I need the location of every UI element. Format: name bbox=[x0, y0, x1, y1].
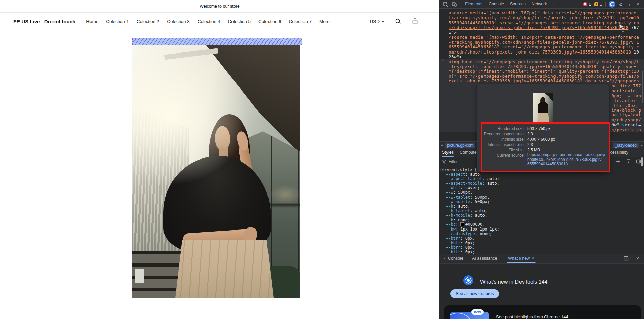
tab-computed[interactable]: Computed bbox=[460, 148, 479, 157]
drawer-tab-ai-assistance[interactable]: AI assistance bbox=[472, 254, 497, 263]
device-toolbar-icon[interactable] bbox=[451, 1, 457, 7]
tab-sources[interactable]: Sources bbox=[507, 0, 529, 8]
nav-link-colection-3[interactable]: Colection 3 bbox=[167, 19, 190, 24]
nav-link-colection-1[interactable]: Colection 1 bbox=[106, 19, 129, 24]
warning-icon: ! bbox=[594, 2, 598, 6]
css-property-btlr[interactable]: --btlr: 0px; bbox=[439, 250, 644, 254]
tab-styles[interactable]: Styles bbox=[442, 148, 454, 157]
nav-link-colection-6[interactable]: Colection 6 bbox=[258, 19, 281, 24]
css-property-bblr[interactable]: --bblr: 0px; bbox=[439, 241, 644, 246]
new-style-rule-icon[interactable] bbox=[616, 159, 621, 164]
nav-link-home[interactable]: Home bbox=[86, 19, 98, 24]
css-property-aspect-tablet[interactable]: --aspect-tablet: auto; bbox=[439, 177, 644, 181]
code-line[interactable]: iles/pexels-john-diez-7578393.jpg?v=1655… bbox=[449, 64, 636, 69]
css-property-bbrr[interactable]: --bbrr: 0px; bbox=[439, 245, 644, 250]
css-property-w[interactable]: --w: 500px; bbox=[439, 190, 644, 195]
device-mode-promo-icon[interactable] bbox=[609, 1, 615, 8]
css-property-aspect[interactable]: --aspect: auto; bbox=[439, 172, 644, 177]
code-line-fragment[interactable]: hn-diez-757 bbox=[611, 84, 641, 88]
css-property-radiusType[interactable]: --radiusType: none; bbox=[439, 232, 644, 236]
cart-icon[interactable] bbox=[412, 18, 418, 25]
code-line-fragment[interactable]: 0w" srcset= bbox=[611, 122, 641, 127]
code-line[interactable]: -tracking.myshopify.com/cdn/shop/files/p… bbox=[449, 40, 639, 45]
code-line-fragment[interactable]: 0px;--w-tab bbox=[611, 94, 641, 98]
code-line[interactable]: om/cdn/shop/files/pexels-john-diez-75783… bbox=[449, 50, 639, 55]
currency-selector[interactable]: USD bbox=[370, 19, 385, 24]
chevron-down-icon bbox=[381, 20, 385, 23]
drawer: ⋮ Console AI assistance What's new✕ ✕ Wh… bbox=[439, 254, 644, 319]
code-line-fragment[interactable]: s/pexels-jo bbox=[611, 128, 641, 132]
announcement-text: Welcome to our store bbox=[200, 4, 240, 9]
code-line[interactable]: 655599401445863018" srcset="//gempages-p… bbox=[449, 45, 639, 49]
css-property-h-tablet[interactable]: --h-tablet: auto; bbox=[439, 209, 644, 213]
code-line[interactable]: <source media="(max-width: 1024px)" data… bbox=[449, 35, 639, 40]
code-line[interactable]: <img base-src="//gempages-performance-tr… bbox=[449, 60, 639, 64]
styles-filter-input[interactable]: Filter bbox=[449, 159, 458, 164]
image-preview-thumbnail bbox=[533, 93, 553, 122]
code-line-fragment[interactable]: -btrr:0px;- bbox=[611, 103, 641, 108]
drawer-kebab-icon[interactable]: ⋮ bbox=[442, 256, 447, 261]
drawer-tab-console[interactable]: Console bbox=[448, 254, 463, 263]
see-all-features-button[interactable]: See all new features bbox=[450, 289, 499, 298]
code-line[interactable]: 0}" src="//gempages-performance-tracking… bbox=[449, 74, 639, 79]
css-property-b[interactable]: --b: none; bbox=[439, 218, 644, 223]
more-tabs-icon[interactable]: » bbox=[550, 2, 557, 7]
code-line[interactable]: 55599401445863018" srcset="//gempages-pe… bbox=[449, 21, 639, 25]
toggle-sidebar-icon[interactable] bbox=[636, 159, 641, 164]
drawer-tab-whats-new[interactable]: What's new✕ bbox=[508, 254, 534, 263]
code-line-fragment[interactable]: ine-block g bbox=[611, 108, 641, 113]
close-devtools-icon[interactable]: ✕ bbox=[635, 1, 641, 7]
element-style-pane: element.style { --aspect: auto;--aspect-… bbox=[439, 166, 644, 254]
code-line[interactable]: m/cdn/shop/files/pexels-john-diez-757839… bbox=[449, 25, 639, 30]
code-line-fragment[interactable]: le:auto;-- bbox=[614, 98, 641, 103]
tab-elements[interactable]: Elements bbox=[462, 0, 486, 8]
css-property-btrr[interactable]: --btrr: 0px; bbox=[439, 236, 644, 241]
nav-link-colection-7[interactable]: Colection 7 bbox=[289, 19, 312, 24]
toolbar-divider bbox=[460, 2, 460, 7]
whats-new-title: What's new in DevTools 144 bbox=[480, 277, 547, 287]
nav-link-colection-5[interactable]: Colection 5 bbox=[228, 19, 251, 24]
kebab-menu-icon[interactable]: ⋮ bbox=[627, 1, 632, 7]
search-icon[interactable] bbox=[395, 18, 401, 25]
nav-link-colection-2[interactable]: Colection 2 bbox=[137, 19, 159, 24]
warning-badge[interactable]: ! 1 bbox=[594, 2, 602, 7]
breadcrumb-item-picture[interactable]: picture.gp-cont bbox=[445, 143, 475, 148]
code-line[interactable]: "{"desktop":"finest","mobile":"finest"}"… bbox=[449, 69, 639, 74]
css-property-aspect-mobile[interactable]: --aspect-mobile: auto; bbox=[439, 181, 644, 186]
code-line[interactable]: tracking.myshopify.com/cdn/shop/files/pe… bbox=[449, 15, 639, 20]
tab-network[interactable]: Network bbox=[529, 0, 550, 8]
gutter-ellipsis[interactable]: ... bbox=[441, 57, 450, 62]
css-property-w-mobile[interactable]: --w-mobile: 500px; bbox=[439, 200, 644, 204]
filter-funnel-icon bbox=[442, 160, 446, 164]
code-line[interactable]: w"> bbox=[449, 30, 457, 35]
css-property-objf[interactable]: --objf: cover; bbox=[439, 186, 644, 190]
code-line-fragment[interactable]: uality="aut bbox=[611, 113, 641, 117]
inspect-element-icon[interactable] bbox=[443, 1, 449, 7]
breadcrumb-right-arrow-icon[interactable]: ▸ bbox=[639, 143, 644, 147]
nav-link-colection-4[interactable]: Colection 4 bbox=[198, 19, 220, 24]
code-line-fragment[interactable]: pect:auto;- bbox=[611, 88, 641, 93]
tab-console[interactable]: Console bbox=[486, 0, 507, 8]
store-brand[interactable]: FE US Live - Do not touch bbox=[13, 19, 75, 24]
nav-link-more[interactable]: More bbox=[319, 19, 330, 24]
css-property-bw[interactable]: --bw: 1px 1px 1px 1px; bbox=[439, 227, 644, 232]
css-property-h-mobile[interactable]: --h-mobile: auto; bbox=[439, 213, 644, 218]
code-line[interactable]: <source media="(max-width: 767px)" data-… bbox=[449, 11, 639, 15]
highlights-card[interactable]: new See past highlights from Chrome 144 bbox=[444, 305, 641, 319]
breadcrumb-item-img[interactable]: _lazyloaded bbox=[613, 143, 639, 148]
css-property-h[interactable]: --h: auto; bbox=[439, 204, 644, 209]
close-drawer-icon[interactable]: ✕ bbox=[635, 255, 641, 261]
gear-icon[interactable]: ⚙ bbox=[618, 1, 624, 7]
elements-scrollbar[interactable] bbox=[642, 71, 643, 103]
code-line[interactable]: 23w"> bbox=[449, 55, 462, 59]
code-line[interactable]: exels-john-diez-7578393.jpg?v=1655599401… bbox=[449, 79, 639, 83]
element-state-brush-icon[interactable] bbox=[626, 159, 631, 164]
css-property-w-tablet[interactable]: --w-tablet: 500px; bbox=[439, 195, 644, 200]
dock-drawer-icon[interactable] bbox=[623, 255, 629, 261]
breadcrumb-left-arrow-icon[interactable]: ◂ bbox=[439, 143, 444, 147]
close-whats-new-tab-icon[interactable]: ✕ bbox=[531, 256, 534, 260]
css-property-bc[interactable]: --bc: #000000; bbox=[439, 222, 644, 227]
error-badge[interactable]: ✕ 1 bbox=[583, 2, 591, 7]
code-line-fragment[interactable]: m/cdn/shop/ bbox=[611, 118, 641, 122]
color-swatch[interactable] bbox=[460, 222, 464, 226]
